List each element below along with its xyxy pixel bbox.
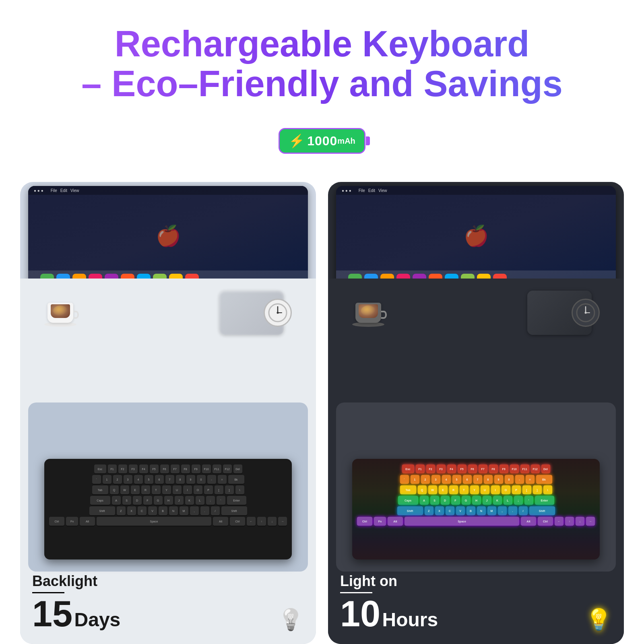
key-f11: F11: [213, 464, 221, 473]
right-label-number: 10: [340, 594, 380, 634]
key-6: 6: [155, 475, 164, 484]
key-a: A: [112, 496, 121, 505]
r-key-apostrophe: ': [524, 496, 533, 505]
r-key-5: 5: [452, 475, 461, 484]
right-bulb-icon: 💡: [586, 607, 612, 632]
key-z: Z: [117, 506, 126, 515]
key-h: H: [164, 496, 173, 505]
key-slash: /: [211, 506, 220, 515]
r-key-n: N: [477, 506, 486, 515]
r-key-k: K: [493, 496, 502, 505]
r-key-d: D: [441, 496, 450, 505]
left-bulb-icon: 💡: [278, 607, 304, 632]
header: Rechargeable Keyboard – Eco–Friendly and…: [0, 0, 644, 166]
r-key-f1: F1: [416, 464, 425, 473]
key-comma: ,: [190, 506, 199, 515]
r-key-o: O: [502, 485, 510, 494]
r-key-f5: F5: [458, 464, 466, 473]
right-label-title: Light on: [340, 573, 612, 590]
r-key-q: Q: [418, 485, 427, 494]
key-f: F: [143, 496, 152, 505]
left-screen-content: ● ● ● File Edit View 🍎: [28, 186, 308, 291]
key-m: M: [180, 506, 188, 515]
r-key-equals: =: [526, 475, 535, 484]
key-tab: Tab: [92, 485, 108, 494]
key-f4: F4: [139, 464, 148, 473]
r-key-e: E: [439, 485, 448, 494]
key-k: K: [185, 496, 194, 505]
key-w: W: [120, 485, 129, 494]
r-key-w: W: [428, 485, 437, 494]
key-d: D: [133, 496, 142, 505]
right-monitor-body: ● ● ● File Edit View 🍎: [336, 186, 616, 291]
r-key-f9: F9: [500, 464, 508, 473]
key-rctrl: Ctrl: [230, 517, 245, 526]
key-5: 5: [144, 475, 153, 484]
r-key-y: Y: [470, 485, 479, 494]
key-rbracket: ]: [225, 485, 234, 494]
left-apple-logo: 🍎: [156, 224, 181, 248]
key-del: Del: [233, 464, 242, 473]
r-key-lbracket: [: [522, 485, 531, 494]
r-key-p: P: [512, 485, 521, 494]
key-backtick: `: [92, 475, 101, 484]
key-lbracket: [: [215, 485, 223, 494]
left-desk-clock: [264, 299, 292, 327]
r-key-3: 3: [431, 475, 440, 484]
r-key-f11: F11: [520, 464, 529, 473]
key-0: 0: [197, 475, 206, 484]
r-key-rctrl: Ctrl: [538, 517, 553, 526]
left-menubar: ● ● ● File Edit View: [28, 186, 308, 195]
r-key-x: X: [435, 506, 444, 515]
r-key-caps: Caps: [398, 496, 418, 505]
key-alt: Alt: [80, 517, 95, 526]
left-keyboard: Esc F1 F2 F3 F4 F5 F6 F7 F8 F9 F10 F11 F…: [44, 459, 292, 559]
r-key-semicolon: ;: [514, 496, 523, 505]
r-key-esc: Esc: [402, 464, 414, 473]
left-label-unit: Days: [74, 609, 121, 630]
r-key-backspace: Bk: [536, 475, 552, 484]
r-key-8: 8: [484, 475, 493, 484]
r-key-f7: F7: [479, 464, 487, 473]
r-key-tab: Tab: [400, 485, 416, 494]
key-f6: F6: [160, 464, 169, 473]
r-key-c: C: [446, 506, 454, 515]
r-key-ralt: Alt: [521, 517, 536, 526]
key-x: X: [127, 506, 136, 515]
r-key-f: F: [451, 496, 460, 505]
key-r: R: [141, 485, 150, 494]
r-key-f3: F3: [437, 464, 446, 473]
r-key-right: →: [586, 517, 595, 526]
r-key-f4: F4: [447, 464, 456, 473]
right-label-number-row: 10 Hours: [340, 596, 612, 632]
key-space: Space: [97, 517, 211, 526]
r-key-f10: F10: [510, 464, 519, 473]
key-p: P: [204, 485, 213, 494]
r-key-backtick: `: [400, 475, 409, 484]
key-l: L: [196, 496, 204, 505]
r-key-7: 7: [473, 475, 482, 484]
key-f1: F1: [108, 464, 117, 473]
right-keyboard: Esc F1 F2 F3 F4 F5 F6 F7 F8 F9 F10 F11 F…: [352, 459, 600, 559]
key-enter: Enter: [227, 496, 246, 505]
key-minus: -: [207, 475, 216, 484]
battery-capacity: 1000: [307, 134, 337, 149]
right-coffee-cup: [348, 287, 388, 327]
key-9: 9: [186, 475, 195, 484]
key-s: S: [122, 496, 131, 505]
left-monitor-body: ● ● ● File Edit View 🍎: [28, 186, 308, 291]
lightning-icon: ⚡: [289, 133, 305, 149]
key-8: 8: [176, 475, 185, 484]
key-f3: F3: [129, 464, 138, 473]
left-coffee-cup: [40, 287, 80, 327]
right-label-unit: Hours: [382, 609, 438, 630]
key-f8: F8: [181, 464, 190, 473]
key-right: →: [278, 517, 287, 526]
key-n: N: [169, 506, 178, 515]
r-key-lshift: Shift: [397, 506, 423, 515]
key-f9: F9: [192, 464, 200, 473]
left-label-title: Backlight: [32, 573, 304, 590]
key-lshift: Shift: [89, 506, 115, 515]
key-4: 4: [134, 475, 143, 484]
right-desk-clock: [572, 299, 600, 327]
